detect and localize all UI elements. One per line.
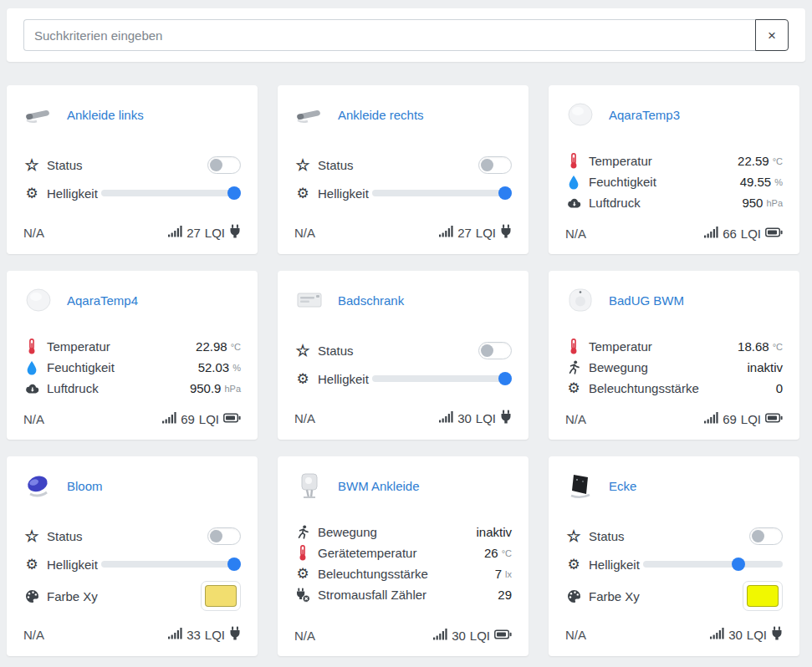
- signal-strength-icon: [710, 627, 724, 642]
- device-grid: Ankleide links☆Status⚙HelligkeitN/A27LQI…: [7, 85, 799, 656]
- status-toggle[interactable]: [207, 156, 241, 174]
- link-quality: 66LQI: [704, 226, 783, 241]
- lqi-value: 66: [723, 227, 737, 241]
- device-image: [565, 99, 595, 130]
- feature-label: Gerätetemperatur: [318, 546, 416, 560]
- card-footer: N/A66LQI: [565, 213, 783, 241]
- card-footer: N/A69LQI: [565, 399, 783, 426]
- features: ☆Status⚙Helligkeit: [294, 150, 512, 207]
- feature-row: ☆Status: [294, 336, 512, 364]
- palette-icon: [565, 589, 582, 603]
- last-seen-value: N/A: [565, 628, 586, 642]
- feature-label: Helligkeit: [47, 558, 98, 572]
- droplet-icon: [23, 360, 40, 375]
- lqi-value: 27: [457, 226, 472, 240]
- thermometer-icon: [294, 545, 311, 561]
- feature-row: ☆Status: [23, 150, 241, 179]
- feature-value: 18.68: [738, 339, 769, 354]
- status-toggle[interactable]: [207, 527, 241, 545]
- lqi-value: 30: [452, 629, 466, 643]
- brightness-slider[interactable]: [372, 185, 512, 201]
- device-title-link[interactable]: Badschrank: [338, 293, 404, 308]
- star-icon: ☆: [294, 343, 311, 359]
- brightness-slider[interactable]: [101, 556, 241, 573]
- feature-label: Status: [47, 529, 83, 543]
- card-header: Badschrank: [294, 284, 512, 316]
- slider-track: [101, 561, 241, 568]
- last-seen-value: N/A: [23, 226, 44, 240]
- feature-value: inaktiv: [747, 360, 783, 374]
- card-header: BWM Ankleide: [294, 470, 512, 502]
- slider-thumb: [227, 186, 241, 200]
- person-running-icon: [565, 360, 582, 375]
- link-quality: 69LQI: [162, 411, 241, 426]
- feature-row: Bewegunginaktiv: [294, 522, 512, 542]
- star-icon: ☆: [294, 157, 311, 173]
- status-toggle[interactable]: [478, 156, 512, 174]
- feature-row: Temperatur22.59°C: [565, 150, 783, 171]
- droplet-icon: [565, 175, 582, 190]
- feature-unit: °C: [773, 156, 783, 166]
- slider-thumb: [498, 372, 512, 385]
- feature-label: Farbe Xy: [589, 589, 640, 603]
- device-title-link[interactable]: Bloom: [67, 479, 103, 493]
- feature-label: Temperatur: [589, 154, 652, 168]
- feature-label: Farbe Xy: [47, 589, 98, 603]
- color-xy-swatch[interactable]: [743, 581, 783, 611]
- feature-label: Feuchtigkeit: [47, 360, 115, 374]
- device-title-link[interactable]: Ecke: [609, 479, 636, 493]
- lqi-unit-label: LQI: [205, 226, 225, 240]
- device-title-link[interactable]: AqaraTemp4: [67, 293, 138, 308]
- feature-row: Temperatur18.68°C: [565, 336, 783, 357]
- gear-icon: ⚙: [565, 381, 582, 395]
- feature-label: Luftdruck: [47, 381, 99, 395]
- card-header: Ankleide links: [23, 99, 241, 130]
- cloud-arrow-down-icon: [565, 197, 582, 209]
- status-toggle[interactable]: [749, 527, 783, 545]
- device-title-link[interactable]: BadUG BWM: [609, 293, 684, 308]
- color-xy-swatch[interactable]: [201, 581, 241, 611]
- features: Temperatur18.68°CBewegunginaktiv⚙Beleuch…: [565, 336, 783, 399]
- slider-track: [643, 561, 783, 568]
- feature-label: Beleuchtungsstärke: [318, 567, 428, 581]
- feature-label: Feuchtigkeit: [589, 175, 656, 189]
- feature-unit: hPa: [766, 198, 783, 208]
- feature-row: ☆Status: [23, 522, 241, 550]
- search-input[interactable]: [23, 19, 755, 51]
- feature-row: ⚙Beleuchtungsstärke0: [565, 378, 783, 399]
- brightness-slider[interactable]: [101, 185, 241, 201]
- device-image: [294, 471, 324, 501]
- toggle-knob: [481, 344, 493, 357]
- feature-label: Bewegung: [589, 360, 648, 374]
- feature-row: Gerätetemperatur26°C: [294, 542, 512, 563]
- card-header: Bloom: [23, 470, 241, 502]
- brightness-slider[interactable]: [643, 556, 783, 573]
- slider-track: [372, 190, 512, 196]
- card-footer: N/A27LQI: [294, 211, 512, 241]
- feature-label: Bewegung: [318, 525, 377, 539]
- device-title-link[interactable]: BWM Ankleide: [338, 479, 420, 493]
- signal-strength-icon: [168, 225, 182, 240]
- feature-unit: %: [774, 177, 783, 187]
- brightness-slider[interactable]: [372, 370, 512, 387]
- clear-search-button[interactable]: ×: [755, 19, 789, 51]
- feature-value: 22.98: [196, 339, 227, 354]
- features: Temperatur22.59°CFeuchtigkeit49.55%Luftd…: [565, 150, 783, 213]
- feature-row: Stromausfall Zähler29: [294, 584, 512, 605]
- gear-icon: ⚙: [294, 372, 311, 386]
- device-title-link[interactable]: Ankleide links: [67, 108, 144, 122]
- lqi-value: 30: [728, 628, 743, 642]
- signal-strength-icon: [168, 627, 182, 642]
- lqi-value: 27: [186, 226, 201, 240]
- feature-label: Temperatur: [47, 339, 110, 354]
- feature-unit: lx: [505, 569, 512, 579]
- last-seen-value: N/A: [294, 226, 315, 240]
- device-title-link[interactable]: Ankleide rechts: [338, 108, 424, 122]
- device-image: [294, 285, 324, 315]
- device-title-link[interactable]: AqaraTemp3: [609, 108, 680, 122]
- device-card: AqaraTemp3Temperatur22.59°CFeuchtigkeit4…: [549, 85, 799, 254]
- thermometer-icon: [565, 153, 582, 169]
- features: Temperatur22.98°CFeuchtigkeit52.03%Luftd…: [23, 336, 241, 399]
- status-toggle[interactable]: [478, 342, 512, 359]
- toggle-knob: [210, 159, 222, 171]
